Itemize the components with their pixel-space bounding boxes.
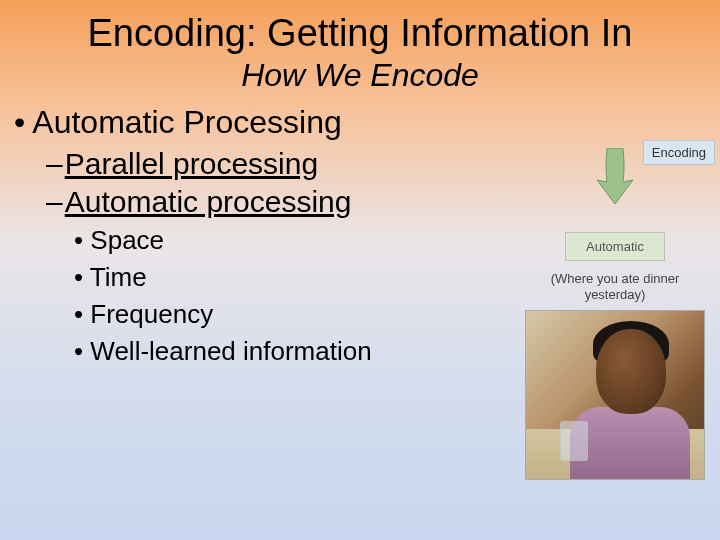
arrow-area bbox=[565, 148, 665, 228]
figure-caption: (Where you ate dinner yesterday) bbox=[520, 271, 710, 302]
automatic-box: Automatic bbox=[565, 232, 665, 261]
slide-title: Encoding: Getting Information In bbox=[0, 0, 720, 55]
dinner-photo bbox=[525, 310, 705, 480]
slide-subtitle: How We Encode bbox=[0, 57, 720, 94]
down-arrow-icon bbox=[593, 148, 637, 204]
bullet-level1: • Automatic Processing bbox=[14, 104, 720, 141]
side-figure: Encoding Automatic (Where you ate dinner… bbox=[520, 140, 710, 480]
